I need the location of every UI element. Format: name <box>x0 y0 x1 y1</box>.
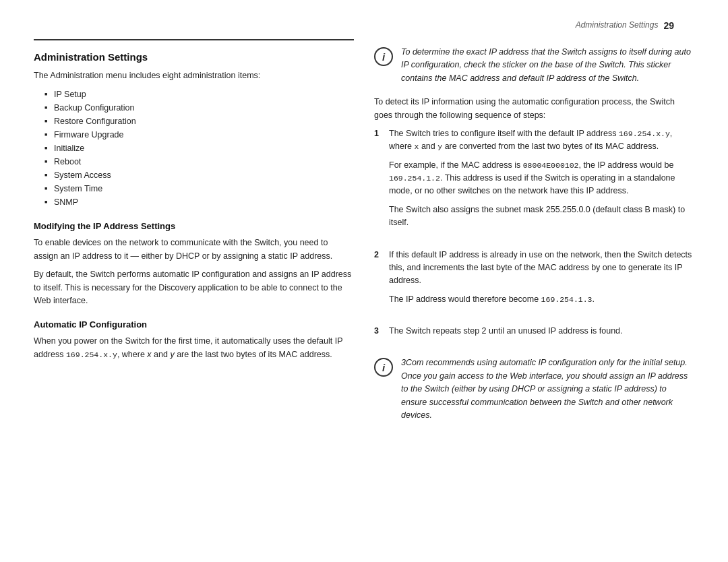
admin-intro: The Administration menu includes eight a… <box>34 69 354 82</box>
detect-intro: To detect its IP information using the a… <box>374 96 694 122</box>
modifying-p1: To enable devices on the network to comm… <box>34 237 354 263</box>
menu-items-list: IP Setup Backup Configuration Restore Co… <box>34 88 354 209</box>
info-text-2: 3Com recommends using automatic IP confi… <box>401 356 694 422</box>
list-item: IP Setup <box>44 88 354 101</box>
auto-ip-code: 169.254.x.y <box>66 350 117 359</box>
page-header: Administration Settings 29 <box>0 20 728 39</box>
info-box-1: i To determine the exact IP address that… <box>374 46 694 85</box>
content-area: Administration Settings The Administrati… <box>0 39 728 527</box>
list-item: SNMP <box>44 195 354 209</box>
auto-ip-p1: When you power on the Switch for the fir… <box>34 335 354 361</box>
list-item: System Time <box>44 182 354 195</box>
info-box-2: i 3Com recommends using automatic IP con… <box>374 356 694 422</box>
auto-ip-title: Automatic IP Configuration <box>34 319 354 330</box>
step-1: 1 The Switch tries to configure itself w… <box>374 127 694 242</box>
page-number: 29 <box>663 20 674 31</box>
right-column: i To determine the exact IP address that… <box>374 39 694 527</box>
header-section-label: Administration Settings <box>576 20 659 31</box>
left-column: Administration Settings The Administrati… <box>34 39 354 527</box>
list-item: Initialize <box>44 142 354 155</box>
modifying-title: Modifying the IP Address Settings <box>34 221 354 231</box>
step-2-content: If this default IP address is already in… <box>389 249 694 312</box>
step-3-content: The Switch repeats step 2 until an unuse… <box>389 325 623 343</box>
list-item: System Access <box>44 168 354 182</box>
list-item: Firmware Upgrade <box>44 128 354 142</box>
step-1-content: The Switch tries to configure itself wit… <box>389 127 694 235</box>
info-icon-1: i <box>374 47 393 66</box>
list-item: Backup Configuration <box>44 101 354 115</box>
info-text-1: To determine the exact IP address that t… <box>401 46 694 85</box>
step-2: 2 If this default IP address is already … <box>374 249 694 319</box>
admin-settings-title: Administration Settings <box>34 51 354 63</box>
list-item: Reboot <box>44 155 354 168</box>
step-3: 3 The Switch repeats step 2 until an unu… <box>374 325 694 350</box>
steps-list: 1 The Switch tries to configure itself w… <box>374 127 694 350</box>
modifying-p2: By default, the Switch performs automati… <box>34 268 354 307</box>
info-icon-2: i <box>374 358 393 377</box>
list-item: Restore Configuration <box>44 115 354 128</box>
